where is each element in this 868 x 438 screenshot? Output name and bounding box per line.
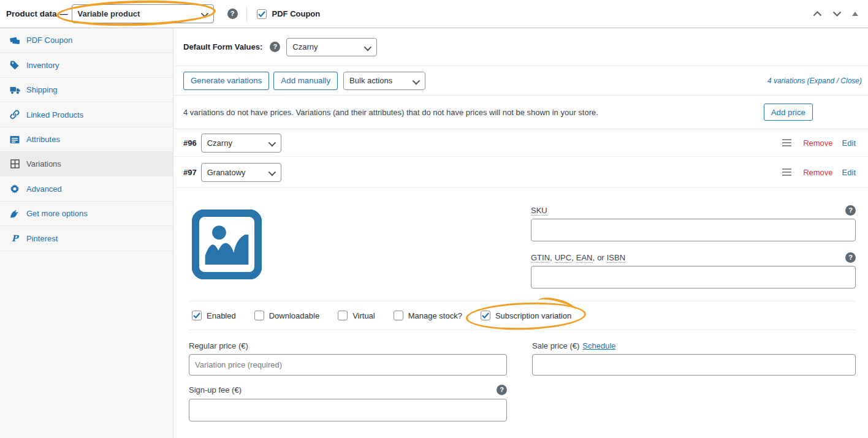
sku-label: SKU (531, 206, 547, 216)
add-manually-button[interactable]: Add manually (273, 72, 338, 90)
gear-icon (9, 184, 21, 194)
image-column (189, 205, 531, 289)
sku-column: SKU GTIN,UPC,EAN,orISBN (531, 205, 856, 289)
variations-toolbar: Generate variations Add manually Bulk ac… (173, 66, 868, 96)
product-type-select[interactable]: Variable product (72, 4, 214, 23)
gtin-input[interactable] (531, 266, 856, 289)
sale-price-input[interactable] (532, 354, 856, 376)
tab-label: Pinterest (26, 234, 58, 243)
variation-row-97: #97 Granatowy Remove Edit (173, 157, 868, 188)
virtual-label[interactable]: Virtual (352, 311, 375, 320)
regular-price-input[interactable] (189, 354, 507, 376)
drag-handle-icon[interactable] (782, 167, 791, 177)
signup-fee-input[interactable] (189, 399, 507, 421)
metabox-body: PDF Coupon Inventory Shipping Linked Pro… (0, 28, 868, 438)
toggle-panel-icon[interactable] (852, 12, 858, 16)
manage-stock-option: Manage stock? (394, 311, 462, 320)
subscription-variation-label[interactable]: Subscription variation (495, 311, 571, 320)
downloadable-checkbox[interactable] (254, 311, 264, 320)
subscription-variation-checkbox[interactable] (481, 311, 490, 320)
no-prices-notice: 4 variations do not have prices. Variati… (173, 96, 868, 129)
link-icon (9, 110, 21, 119)
enabled-label[interactable]: Enabled (207, 311, 236, 320)
drag-handle-icon[interactable] (782, 138, 791, 148)
summary-prefix: 4 variations ( (767, 77, 810, 85)
schedule-link[interactable]: Schedule (582, 341, 615, 350)
tab-label: Advanced (26, 184, 62, 194)
variation-attribute-select[interactable]: Czarny (201, 134, 281, 153)
variation-attribute-value: Czarny (207, 138, 232, 148)
tab-linked-products[interactable]: Linked Products (0, 102, 173, 127)
tab-pdf-coupon[interactable]: PDF Coupon (0, 28, 173, 53)
variation-attribute-select[interactable]: Granatowy (201, 163, 281, 182)
tab-label: Attributes (26, 135, 60, 144)
manage-stock-label[interactable]: Manage stock? (408, 311, 462, 320)
pdf-coupon-checkbox[interactable] (257, 9, 267, 19)
close-link[interactable]: Close (840, 77, 859, 85)
header-divider (246, 7, 247, 21)
product-type-value: Variable product (78, 9, 140, 18)
summary-suffix: ) (859, 77, 862, 85)
help-icon[interactable] (497, 385, 507, 395)
tab-label: Linked Products (26, 110, 83, 119)
variations-summary: 4 variations (Expand / Close) (767, 77, 862, 85)
expand-link[interactable]: Expand (810, 77, 835, 85)
remove-link[interactable]: Remove (803, 138, 832, 148)
tab-label: Inventory (26, 61, 59, 70)
metabox-controls (813, 11, 861, 17)
enabled-checkbox[interactable] (192, 311, 202, 320)
tag-icon (9, 60, 21, 70)
help-icon[interactable] (845, 205, 856, 216)
tab-variations[interactable]: Variations (0, 152, 173, 176)
enabled-option: Enabled (192, 311, 236, 320)
sale-price-label-row: Sale price (€) Schedule (532, 341, 856, 350)
default-form-values-row: Default Form Values: Czarny (173, 28, 868, 66)
variation-image-placeholder-icon[interactable] (192, 210, 262, 279)
remove-link[interactable]: Remove (803, 168, 832, 177)
virtual-checkbox[interactable] (338, 311, 348, 320)
tab-label: Shipping (26, 85, 58, 94)
manage-stock-checkbox[interactable] (394, 311, 403, 320)
pinterest-icon: P (9, 233, 21, 243)
tab-pinterest[interactable]: P Pinterest (0, 226, 173, 251)
panel-title: Product data (6, 9, 57, 18)
tab-label: Get more options (26, 209, 88, 218)
virtual-option: Virtual (338, 311, 375, 320)
pdf-coupon-label: PDF Coupon (272, 9, 321, 18)
move-down-icon[interactable] (832, 11, 842, 17)
help-icon[interactable] (845, 252, 856, 263)
gtin-label: GTIN,UPC,EAN,orISBN (531, 253, 625, 262)
variation-id: #96 (183, 138, 197, 148)
downloadable-label[interactable]: Downloadable (269, 311, 319, 320)
edit-link[interactable]: Edit (842, 138, 856, 148)
variation-options-row: Enabled Downloadable Virtual Manage stoc… (189, 301, 856, 330)
variation-actions: Remove Edit (782, 167, 856, 177)
add-price-button[interactable]: Add price (764, 104, 813, 121)
default-form-value-select[interactable]: Czarny (286, 38, 377, 56)
edit-link[interactable]: Edit (842, 168, 856, 177)
tab-inventory[interactable]: Inventory (0, 53, 173, 78)
title-dash: — (60, 9, 68, 18)
tab-label: Variations (26, 159, 61, 168)
tab-attributes[interactable]: Attributes (0, 127, 173, 152)
bulk-actions-select[interactable]: Bulk actions (343, 72, 425, 90)
variations-panel: Default Form Values: Czarny Generate var… (173, 28, 868, 438)
signup-fee-label-row: Sign-up fee (€) (189, 385, 507, 395)
gtin-label-row: GTIN,UPC,EAN,orISBN (531, 252, 856, 263)
default-form-value: Czarny (292, 42, 318, 51)
bulk-actions-value: Bulk actions (349, 76, 392, 85)
sale-price-column: Sale price (€) Schedule (532, 341, 856, 421)
move-up-icon[interactable] (813, 11, 822, 17)
help-icon[interactable] (227, 9, 238, 19)
tab-shipping[interactable]: Shipping (0, 78, 173, 102)
help-icon[interactable] (270, 42, 280, 52)
tab-advanced[interactable]: Advanced (0, 176, 173, 202)
subscription-variation-option: Subscription variation (481, 311, 571, 320)
card-icon (9, 135, 21, 144)
tab-get-more-options[interactable]: Get more options (0, 202, 173, 226)
generate-variations-button[interactable]: Generate variations (183, 72, 269, 90)
sale-price-label: Sale price (€) (532, 341, 579, 350)
metabox-header: Product data — Variable product PDF Coup… (0, 0, 868, 28)
grid-icon (9, 159, 21, 168)
sku-input[interactable] (531, 219, 856, 241)
